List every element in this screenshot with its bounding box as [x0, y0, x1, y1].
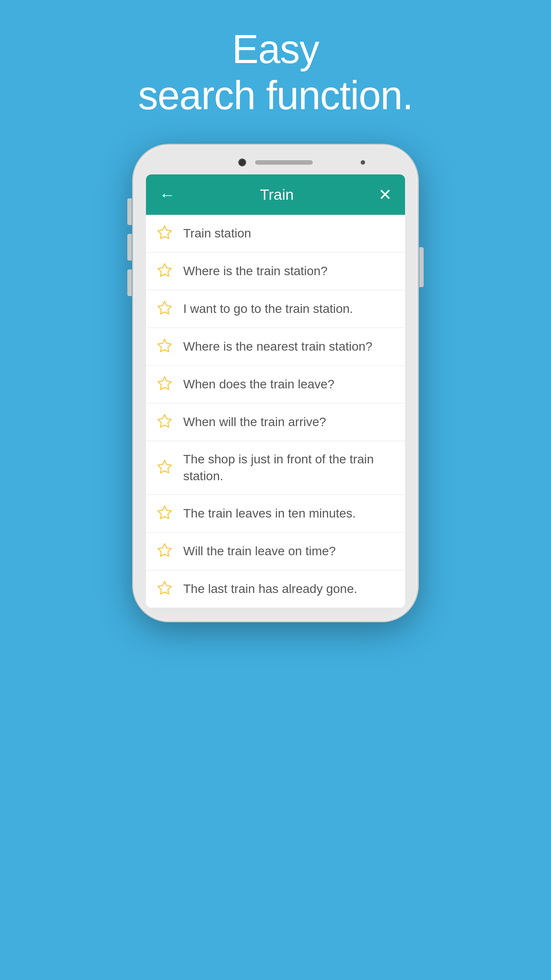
phone-top-bar — [146, 158, 405, 166]
star-icon[interactable] — [157, 375, 174, 393]
star-icon[interactable] — [157, 505, 174, 522]
list-item[interactable]: Where is the nearest train station? — [146, 328, 405, 366]
close-button[interactable]: ✕ — [378, 187, 392, 203]
phone-wrapper: ← Train ✕ Train station Where is the tra… — [134, 145, 417, 621]
list-item[interactable]: When will the train arrive? — [146, 403, 405, 441]
list-item[interactable]: The shop is just in front of the train s… — [146, 441, 405, 495]
list-item[interactable]: Train station — [146, 215, 405, 253]
star-icon[interactable] — [157, 542, 174, 560]
svg-marker-7 — [158, 506, 171, 519]
camera-icon — [238, 158, 246, 166]
phrase-text: Will the train leave on time? — [183, 543, 336, 560]
phrase-text: I want to go to the train station. — [183, 300, 353, 317]
phrase-text: The last train has already gone. — [183, 581, 357, 597]
front-sensor-icon — [361, 160, 365, 165]
star-icon[interactable] — [157, 459, 174, 477]
app-header: ← Train ✕ — [146, 174, 405, 215]
svg-marker-1 — [158, 264, 171, 277]
list-item[interactable]: The train leaves in ten minutes. — [146, 495, 405, 533]
star-icon[interactable] — [157, 225, 174, 242]
svg-marker-4 — [158, 377, 171, 390]
list-item[interactable]: I want to go to the train station. — [146, 290, 405, 328]
phrase-text: Where is the nearest train station? — [183, 338, 372, 355]
list-item[interactable]: Where is the train station? — [146, 253, 405, 290]
phrase-text: When does the train leave? — [183, 376, 335, 393]
phrase-text: Where is the train station? — [183, 263, 327, 280]
list-item[interactable]: Will the train leave on time? — [146, 533, 405, 570]
svg-marker-2 — [158, 301, 171, 314]
svg-marker-8 — [158, 544, 171, 557]
svg-marker-6 — [158, 460, 171, 473]
phone-shell: ← Train ✕ Train station Where is the tra… — [134, 145, 417, 621]
phrase-text: The train leaves in ten minutes. — [183, 505, 356, 522]
svg-marker-5 — [158, 415, 171, 427]
star-icon[interactable] — [157, 262, 174, 280]
speaker-bar — [255, 160, 313, 165]
star-icon[interactable] — [157, 413, 174, 431]
phrase-list: Train station Where is the train station… — [146, 215, 405, 608]
list-item[interactable]: When does the train leave? — [146, 366, 405, 403]
back-button[interactable]: ← — [159, 187, 175, 203]
screen-title: Train — [260, 186, 294, 203]
svg-marker-9 — [158, 581, 171, 594]
svg-marker-0 — [158, 226, 171, 239]
phrase-text: The shop is just in front of the train s… — [183, 451, 394, 485]
star-icon[interactable] — [157, 338, 174, 356]
phrase-text: When will the train arrive? — [183, 414, 326, 431]
headline: Easysearch function. — [138, 27, 413, 119]
phrase-text: Train station — [183, 225, 251, 242]
svg-marker-3 — [158, 339, 171, 352]
star-icon[interactable] — [157, 580, 174, 598]
phone-screen: ← Train ✕ Train station Where is the tra… — [146, 174, 405, 608]
star-icon[interactable] — [157, 300, 174, 318]
list-item[interactable]: The last train has already gone. — [146, 570, 405, 608]
